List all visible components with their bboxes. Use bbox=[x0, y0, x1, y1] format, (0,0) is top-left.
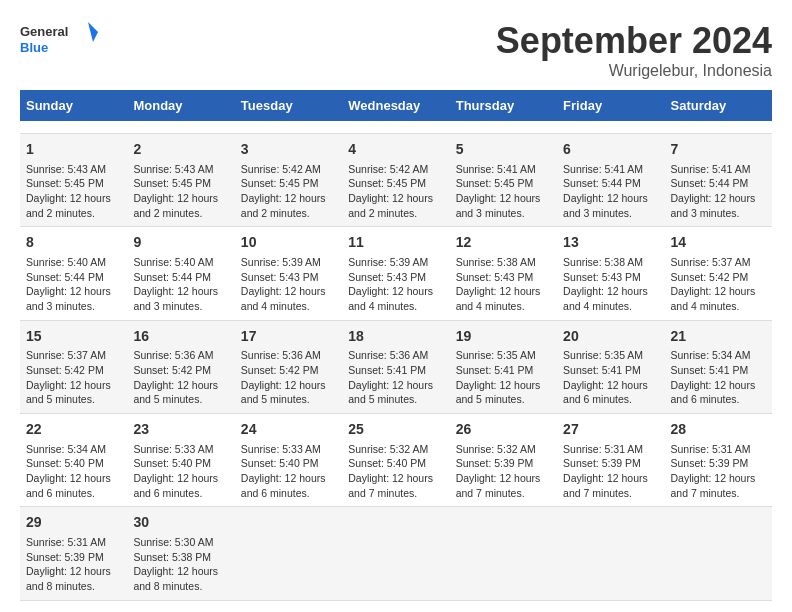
title-block: September 2024 Wurigelebur, Indonesia bbox=[496, 20, 772, 80]
header-row: SundayMondayTuesdayWednesdayThursdayFrid… bbox=[20, 90, 772, 121]
day-cell bbox=[557, 507, 664, 600]
header-monday: Monday bbox=[127, 90, 234, 121]
day-cell: 22Sunrise: 5:34 AMSunset: 5:40 PMDayligh… bbox=[20, 414, 127, 507]
day-cell: 4Sunrise: 5:42 AMSunset: 5:45 PMDaylight… bbox=[342, 134, 449, 227]
day-number: 7 bbox=[671, 140, 766, 160]
header-tuesday: Tuesday bbox=[235, 90, 342, 121]
day-info: Sunrise: 5:41 AMSunset: 5:44 PMDaylight:… bbox=[563, 162, 658, 221]
day-info: Sunrise: 5:43 AMSunset: 5:45 PMDaylight:… bbox=[133, 162, 228, 221]
day-info: Sunrise: 5:42 AMSunset: 5:45 PMDaylight:… bbox=[348, 162, 443, 221]
day-cell bbox=[665, 507, 772, 600]
month-title: September 2024 bbox=[496, 20, 772, 62]
day-cell bbox=[20, 121, 127, 134]
day-info: Sunrise: 5:40 AMSunset: 5:44 PMDaylight:… bbox=[26, 255, 121, 314]
day-cell: 19Sunrise: 5:35 AMSunset: 5:41 PMDayligh… bbox=[450, 320, 557, 413]
day-cell bbox=[342, 507, 449, 600]
day-info: Sunrise: 5:39 AMSunset: 5:43 PMDaylight:… bbox=[348, 255, 443, 314]
day-cell bbox=[235, 121, 342, 134]
day-cell: 10Sunrise: 5:39 AMSunset: 5:43 PMDayligh… bbox=[235, 227, 342, 320]
day-cell bbox=[665, 121, 772, 134]
day-cell bbox=[235, 507, 342, 600]
day-number: 8 bbox=[26, 233, 121, 253]
day-number: 19 bbox=[456, 327, 551, 347]
day-cell bbox=[127, 121, 234, 134]
week-row-3: 15Sunrise: 5:37 AMSunset: 5:42 PMDayligh… bbox=[20, 320, 772, 413]
day-info: Sunrise: 5:38 AMSunset: 5:43 PMDaylight:… bbox=[563, 255, 658, 314]
day-number: 15 bbox=[26, 327, 121, 347]
day-number: 28 bbox=[671, 420, 766, 440]
day-cell: 2Sunrise: 5:43 AMSunset: 5:45 PMDaylight… bbox=[127, 134, 234, 227]
day-info: Sunrise: 5:36 AMSunset: 5:41 PMDaylight:… bbox=[348, 348, 443, 407]
day-info: Sunrise: 5:31 AMSunset: 5:39 PMDaylight:… bbox=[671, 442, 766, 501]
day-info: Sunrise: 5:31 AMSunset: 5:39 PMDaylight:… bbox=[563, 442, 658, 501]
header-wednesday: Wednesday bbox=[342, 90, 449, 121]
day-info: Sunrise: 5:42 AMSunset: 5:45 PMDaylight:… bbox=[241, 162, 336, 221]
day-info: Sunrise: 5:36 AMSunset: 5:42 PMDaylight:… bbox=[133, 348, 228, 407]
day-number: 23 bbox=[133, 420, 228, 440]
day-cell: 12Sunrise: 5:38 AMSunset: 5:43 PMDayligh… bbox=[450, 227, 557, 320]
day-info: Sunrise: 5:38 AMSunset: 5:43 PMDaylight:… bbox=[456, 255, 551, 314]
day-number: 29 bbox=[26, 513, 121, 533]
day-cell: 18Sunrise: 5:36 AMSunset: 5:41 PMDayligh… bbox=[342, 320, 449, 413]
day-cell: 28Sunrise: 5:31 AMSunset: 5:39 PMDayligh… bbox=[665, 414, 772, 507]
week-row-4: 22Sunrise: 5:34 AMSunset: 5:40 PMDayligh… bbox=[20, 414, 772, 507]
day-info: Sunrise: 5:32 AMSunset: 5:39 PMDaylight:… bbox=[456, 442, 551, 501]
day-number: 1 bbox=[26, 140, 121, 160]
day-cell bbox=[450, 121, 557, 134]
day-cell: 11Sunrise: 5:39 AMSunset: 5:43 PMDayligh… bbox=[342, 227, 449, 320]
day-cell: 16Sunrise: 5:36 AMSunset: 5:42 PMDayligh… bbox=[127, 320, 234, 413]
day-number: 14 bbox=[671, 233, 766, 253]
day-info: Sunrise: 5:34 AMSunset: 5:41 PMDaylight:… bbox=[671, 348, 766, 407]
header-thursday: Thursday bbox=[450, 90, 557, 121]
day-number: 9 bbox=[133, 233, 228, 253]
day-cell: 13Sunrise: 5:38 AMSunset: 5:43 PMDayligh… bbox=[557, 227, 664, 320]
day-info: Sunrise: 5:36 AMSunset: 5:42 PMDaylight:… bbox=[241, 348, 336, 407]
svg-marker-2 bbox=[88, 22, 98, 42]
day-cell: 17Sunrise: 5:36 AMSunset: 5:42 PMDayligh… bbox=[235, 320, 342, 413]
day-number: 24 bbox=[241, 420, 336, 440]
location: Wurigelebur, Indonesia bbox=[496, 62, 772, 80]
day-cell: 3Sunrise: 5:42 AMSunset: 5:45 PMDaylight… bbox=[235, 134, 342, 227]
header-saturday: Saturday bbox=[665, 90, 772, 121]
header-sunday: Sunday bbox=[20, 90, 127, 121]
day-cell: 14Sunrise: 5:37 AMSunset: 5:42 PMDayligh… bbox=[665, 227, 772, 320]
day-number: 10 bbox=[241, 233, 336, 253]
day-info: Sunrise: 5:33 AMSunset: 5:40 PMDaylight:… bbox=[241, 442, 336, 501]
day-number: 4 bbox=[348, 140, 443, 160]
day-info: Sunrise: 5:31 AMSunset: 5:39 PMDaylight:… bbox=[26, 535, 121, 594]
day-info: Sunrise: 5:40 AMSunset: 5:44 PMDaylight:… bbox=[133, 255, 228, 314]
day-number: 3 bbox=[241, 140, 336, 160]
week-row-0 bbox=[20, 121, 772, 134]
day-number: 13 bbox=[563, 233, 658, 253]
day-cell: 29Sunrise: 5:31 AMSunset: 5:39 PMDayligh… bbox=[20, 507, 127, 600]
day-number: 21 bbox=[671, 327, 766, 347]
page-header: General Blue September 2024 Wurigelebur,… bbox=[20, 20, 772, 80]
day-number: 6 bbox=[563, 140, 658, 160]
day-info: Sunrise: 5:35 AMSunset: 5:41 PMDaylight:… bbox=[456, 348, 551, 407]
day-cell: 6Sunrise: 5:41 AMSunset: 5:44 PMDaylight… bbox=[557, 134, 664, 227]
day-cell: 9Sunrise: 5:40 AMSunset: 5:44 PMDaylight… bbox=[127, 227, 234, 320]
day-cell: 27Sunrise: 5:31 AMSunset: 5:39 PMDayligh… bbox=[557, 414, 664, 507]
week-row-5: 29Sunrise: 5:31 AMSunset: 5:39 PMDayligh… bbox=[20, 507, 772, 600]
day-number: 27 bbox=[563, 420, 658, 440]
day-number: 18 bbox=[348, 327, 443, 347]
day-info: Sunrise: 5:37 AMSunset: 5:42 PMDaylight:… bbox=[671, 255, 766, 314]
day-number: 26 bbox=[456, 420, 551, 440]
day-cell: 7Sunrise: 5:41 AMSunset: 5:44 PMDaylight… bbox=[665, 134, 772, 227]
day-info: Sunrise: 5:35 AMSunset: 5:41 PMDaylight:… bbox=[563, 348, 658, 407]
week-row-2: 8Sunrise: 5:40 AMSunset: 5:44 PMDaylight… bbox=[20, 227, 772, 320]
svg-text:Blue: Blue bbox=[20, 40, 48, 55]
day-info: Sunrise: 5:41 AMSunset: 5:45 PMDaylight:… bbox=[456, 162, 551, 221]
svg-text:General: General bbox=[20, 24, 68, 39]
day-number: 22 bbox=[26, 420, 121, 440]
day-cell bbox=[450, 507, 557, 600]
day-cell: 21Sunrise: 5:34 AMSunset: 5:41 PMDayligh… bbox=[665, 320, 772, 413]
day-cell: 20Sunrise: 5:35 AMSunset: 5:41 PMDayligh… bbox=[557, 320, 664, 413]
logo-icon: General Blue bbox=[20, 20, 100, 60]
day-number: 17 bbox=[241, 327, 336, 347]
day-number: 12 bbox=[456, 233, 551, 253]
day-info: Sunrise: 5:43 AMSunset: 5:45 PMDaylight:… bbox=[26, 162, 121, 221]
header-friday: Friday bbox=[557, 90, 664, 121]
day-cell: 30Sunrise: 5:30 AMSunset: 5:38 PMDayligh… bbox=[127, 507, 234, 600]
day-cell bbox=[342, 121, 449, 134]
